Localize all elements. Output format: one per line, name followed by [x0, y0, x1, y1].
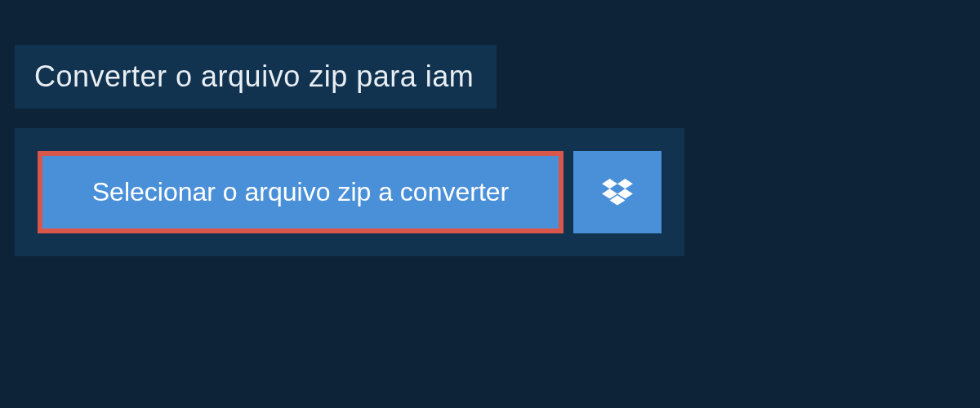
page-title: Converter o arquivo zip para iam	[34, 60, 474, 93]
select-file-button[interactable]: Selecionar o arquivo zip a converter	[38, 151, 564, 233]
select-file-label: Selecionar o arquivo zip a converter	[92, 177, 510, 207]
upload-panel: Selecionar o arquivo zip a converter	[15, 128, 684, 256]
main-container: Converter o arquivo zip para iam Selecio…	[0, 0, 980, 256]
dropbox-button[interactable]	[573, 151, 662, 233]
dropbox-icon	[602, 179, 633, 206]
title-bar: Converter o arquivo zip para iam	[15, 45, 497, 109]
